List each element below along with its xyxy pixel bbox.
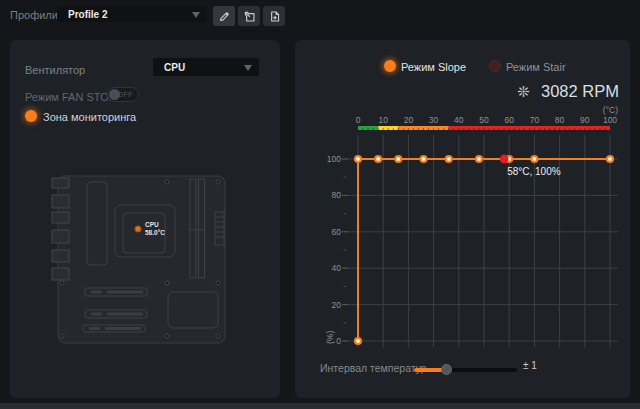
- x-tick-label: 30: [429, 115, 439, 125]
- curve-point[interactable]: [531, 156, 537, 162]
- profile-dropdown-value: Profile 2: [57, 9, 107, 20]
- x-tick-label: 90: [580, 115, 590, 125]
- curve-point[interactable]: [476, 156, 482, 162]
- interval-slider-track[interactable]: [414, 368, 517, 372]
- pencil-icon: [218, 10, 231, 23]
- export-profile-button[interactable]: [238, 6, 260, 26]
- curve-point[interactable]: [375, 156, 381, 162]
- monitoring-zone-radio[interactable]: [25, 110, 37, 122]
- fan-curve-panel: Режим Slope Режим Stair ❊ 3082 RPM 01020…: [295, 40, 630, 398]
- y-tick-label: 80: [332, 190, 342, 200]
- import-profile-button[interactable]: [263, 6, 285, 26]
- y-tick-label: 20: [332, 300, 342, 310]
- import-file-icon: [268, 10, 281, 23]
- export-icon: [243, 10, 256, 23]
- window-bottom-strip: [0, 403, 640, 409]
- x-tick-label: 60: [504, 115, 514, 125]
- cpu-zone-temp: 58.0°C: [145, 229, 165, 236]
- fan-curve-chart[interactable]: 0102030405060708090100020406080100(°C)(%…: [325, 104, 625, 356]
- y-tick-label: 60: [332, 227, 342, 237]
- fan-dropdown-value: CPU: [153, 62, 185, 73]
- curve-point[interactable]: [395, 156, 401, 162]
- curve-point[interactable]: [446, 156, 452, 162]
- chevron-down-icon: [192, 12, 200, 18]
- curve-point[interactable]: [421, 156, 427, 162]
- fan-stop-label: Режим FAN STOP: [25, 91, 116, 103]
- curve-point[interactable]: [355, 156, 361, 162]
- x-tick-label: 10: [378, 115, 388, 125]
- mode-slope-label: Режим Slope: [401, 61, 466, 73]
- fan-label: Вентилятор: [25, 64, 85, 76]
- motherboard-graphic: CPU 58.0°C: [50, 174, 240, 348]
- y-tick-label: 100: [327, 154, 341, 164]
- y-unit-label: (%): [325, 331, 335, 344]
- interval-label: Интервал температур: [320, 362, 427, 374]
- interval-value: ± 1: [523, 360, 537, 371]
- cpu-temp-marker[interactable]: [135, 226, 141, 232]
- x-tick-label: 20: [404, 115, 414, 125]
- x-tick-label: 70: [530, 115, 540, 125]
- app-window: Профили Profile 2 Вентилятор CPU Реж: [0, 0, 640, 409]
- topbar: Профили Profile 2: [0, 0, 640, 32]
- mode-slope-radio[interactable]: [384, 60, 396, 72]
- mode-stair-label: Режим Stair: [506, 61, 566, 73]
- interval-slider-knob[interactable]: [441, 364, 452, 375]
- x-tick-label: 100: [603, 115, 617, 125]
- current-point-annotation: 58°C, 100%: [507, 166, 561, 177]
- y-tick-label: 40: [332, 263, 342, 273]
- fan-settings-panel: Вентилятор CPU Режим FAN STOP OFF Зона м…: [10, 40, 280, 398]
- chevron-down-icon: [244, 65, 252, 71]
- x-tick-label: 50: [479, 115, 489, 125]
- x-tick-label: 80: [555, 115, 565, 125]
- monitoring-zone-label: Зона мониторинга: [43, 111, 136, 123]
- current-temp-marker: [500, 155, 509, 164]
- fan-snowflake-icon: ❊: [517, 83, 530, 101]
- curve-point[interactable]: [355, 338, 361, 344]
- fan-rpm-value: 3082 RPM: [541, 82, 619, 101]
- y-tick-label: 0: [336, 336, 341, 346]
- fan-dropdown[interactable]: CPU: [153, 58, 259, 76]
- toggle-state-label: OFF: [118, 91, 134, 98]
- profile-dropdown[interactable]: Profile 2: [57, 6, 207, 22]
- profiles-label: Профили: [10, 9, 58, 21]
- mode-stair-radio[interactable]: [489, 60, 501, 72]
- curve-point[interactable]: [607, 156, 613, 162]
- x-tick-label: 0: [356, 115, 361, 125]
- x-unit-label: (°C): [603, 105, 618, 115]
- cpu-zone-label: CPU: [145, 221, 159, 228]
- edit-profile-button[interactable]: [213, 6, 235, 26]
- x-tick-label: 40: [454, 115, 464, 125]
- fan-stop-toggle[interactable]: OFF: [107, 87, 139, 102]
